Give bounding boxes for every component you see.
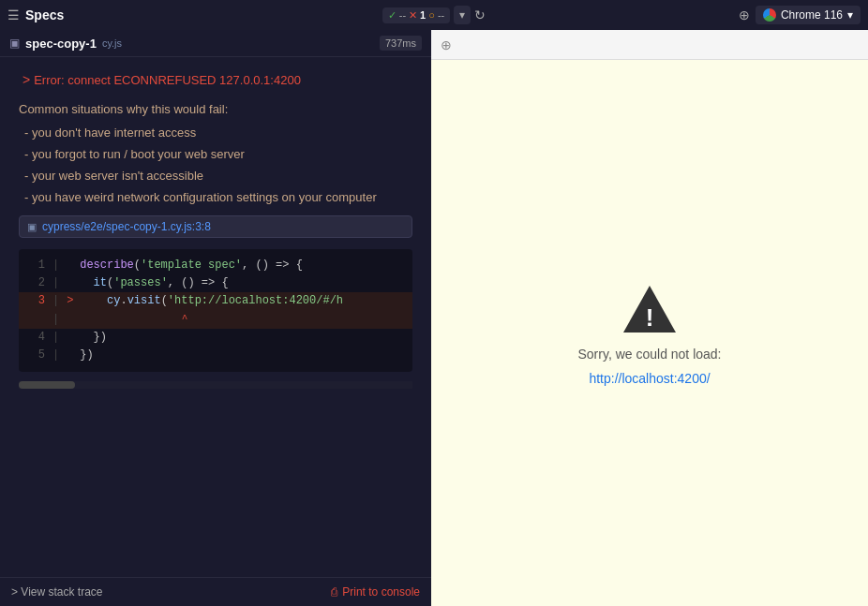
code-text-2: it('passes', () => { (80, 274, 228, 292)
hamburger-icon[interactable]: ☰ (7, 7, 20, 22)
line-sep-1: | (52, 257, 59, 274)
chrome-icon (763, 8, 776, 22)
code-line-2: 2 | it('passes', () => { (19, 274, 412, 292)
spec-filename: spec-copy-1 (25, 37, 97, 51)
top-bar: ☰ Specs ✓ -- ✕ 1 ○ -- ▾ ↻ ⊕ Chrome 116 ▾ (0, 0, 868, 30)
line-arrow-3: > (67, 292, 76, 310)
situation-4: - you have weird network configuration s… (19, 190, 412, 204)
stack-trace-link[interactable]: > View stack trace (11, 585, 103, 599)
error-area[interactable]: > Error: connect ECONNREFUSED 127.0.0.1:… (0, 57, 431, 577)
error-arrow-icon: > (22, 72, 30, 87)
pending-icon: ○ (428, 9, 435, 21)
status-badge: ✓ -- ✕ 1 ○ -- (382, 7, 450, 23)
line-arrow-4 (67, 329, 76, 347)
line-num-1: 1 (26, 257, 45, 274)
print-console-button[interactable]: ⎙ Print to console (331, 585, 420, 599)
line-arrow-5 (67, 347, 76, 364)
code-text-3: cy.visit('http://localhost:4200/#/h (80, 292, 343, 310)
code-line-1: 1 | describe('template spec', () => { (19, 257, 412, 274)
check-icon: ✓ (388, 9, 397, 22)
browser-chevron: ▾ (847, 8, 853, 22)
file-link-icon: ▣ (27, 221, 37, 233)
line-num-3: 3 (26, 292, 45, 310)
situations-title: Common situations why this would fail: (19, 102, 412, 116)
error-page: ! Sorry, we could not load: http://local… (431, 60, 868, 606)
spec-header: ▣ spec-copy-1 cy.js 737ms (0, 30, 431, 57)
code-scrollbar[interactable] (19, 381, 412, 389)
warning-triangle-icon: ! (621, 281, 678, 337)
cross-icon: ✕ (409, 9, 417, 22)
situation-3: - your web server isn't accessible (19, 169, 412, 183)
line-sep-3b: | (52, 311, 59, 329)
bottom-bar: > View stack trace ⎙ Print to console (0, 577, 431, 606)
fail-count: 1 (420, 9, 426, 21)
spec-name: ▣ spec-copy-1 cy.js (9, 37, 122, 51)
line-sep-2: | (52, 274, 59, 292)
dash-indicator2: -- (438, 9, 444, 21)
dash-indicator: -- (399, 9, 406, 21)
browser-name: Chrome 116 (781, 8, 843, 22)
spec-file-icon: ▣ (9, 37, 20, 50)
top-bar-left: ☰ Specs (7, 7, 195, 22)
spec-duration: 737ms (380, 36, 422, 51)
code-text-4: }) (80, 329, 107, 347)
refresh-button[interactable]: ↻ (474, 7, 486, 22)
error-page-text: Sorry, we could not load: (577, 347, 721, 362)
specs-title: Specs (25, 7, 64, 22)
code-line-3: 3 | > cy.visit('http://localhost:4200/#/… (19, 292, 412, 310)
print-label: Print to console (342, 585, 420, 599)
error-page-url[interactable]: http://localhost:4200/ (589, 371, 710, 386)
browser-selector[interactable]: Chrome 116 ▾ (756, 6, 861, 24)
code-line-5: 5 | }) (19, 347, 412, 364)
file-link[interactable]: ▣ cypress/e2e/spec-copy-1.cy.js:3:8 (19, 215, 412, 238)
error-message: Error: connect ECONNREFUSED 127.0.0.1:42… (34, 73, 301, 87)
code-text-5: }) (80, 347, 93, 364)
file-link-text: cypress/e2e/spec-copy-1.cy.js:3:8 (42, 220, 211, 233)
line-num-4: 4 (26, 329, 45, 347)
top-bar-right: ⊕ Chrome 116 ▾ (673, 6, 861, 24)
code-scrollbar-thumb (19, 381, 75, 389)
dropdown-button[interactable]: ▾ (454, 6, 471, 24)
main-content: ▣ spec-copy-1 cy.js 737ms > Error: conne… (0, 30, 868, 606)
top-bar-center: ✓ -- ✕ 1 ○ -- ▾ ↻ (202, 6, 666, 24)
line-arrow-2 (67, 274, 76, 292)
line-arrow-3b (67, 311, 76, 329)
line-num-3b (26, 311, 45, 329)
situation-1: - you don't have internet access (19, 126, 412, 140)
line-sep-4: | (52, 329, 59, 347)
code-line-3b: | ^ (19, 311, 412, 329)
line-sep-3: | (52, 292, 59, 310)
spec-extension: cy.js (102, 37, 122, 49)
svg-text:!: ! (646, 303, 654, 332)
error-indicator: > Error: connect ECONNREFUSED 127.0.0.1:… (19, 72, 412, 87)
code-text-1: describe('template spec', () => { (80, 257, 303, 274)
left-panel: ▣ spec-copy-1 cy.js 737ms > Error: conne… (0, 30, 431, 606)
line-arrow-1 (67, 257, 76, 274)
right-panel: ⊕ ! Sorry, we could not load: http://loc… (431, 30, 868, 606)
code-line-4: 4 | }) (19, 329, 412, 347)
address-globe-icon: ⊕ (441, 37, 452, 52)
globe-icon: ⊕ (739, 7, 750, 22)
caret-indicator: ^ (80, 311, 187, 329)
browser-address-bar: ⊕ (431, 30, 868, 60)
code-block: 1 | describe('template spec', () => { 2 … (19, 249, 412, 372)
error-container: > Error: connect ECONNREFUSED 127.0.0.1:… (0, 57, 431, 407)
line-num-2: 2 (26, 274, 45, 292)
line-num-5: 5 (26, 347, 45, 364)
print-icon: ⎙ (331, 585, 337, 599)
common-situations: Common situations why this would fail: -… (19, 102, 412, 204)
situation-2: - you forgot to run / boot your web serv… (19, 147, 412, 161)
line-sep-5: | (52, 347, 59, 364)
